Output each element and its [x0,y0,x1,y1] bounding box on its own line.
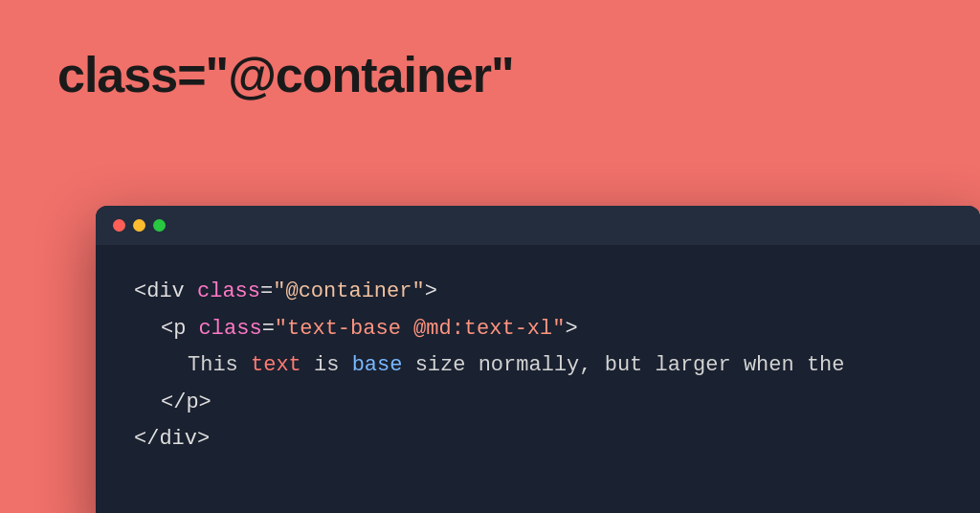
minimize-dot [133,219,145,232]
code-token: < [134,279,146,303]
code-line-2: <p class="text-base @md:text-xl"> [134,311,942,348]
code-line-1: <div class="@container"> [134,274,942,311]
code-line-4: </p> [134,385,942,422]
code-body: <div class="@container"> <p class="text-… [96,245,980,487]
code-line-3: This text is base size normally, but lar… [134,347,942,385]
page-title: class="@container" [57,46,923,103]
maximize-dot [153,219,166,232]
code-line-5: </div> [134,421,942,458]
heading-area: class="@container" [0,0,980,132]
window-titlebar [96,206,980,245]
close-dot [113,219,125,232]
code-window: <div class="@container"> <p class="text-… [96,206,980,513]
